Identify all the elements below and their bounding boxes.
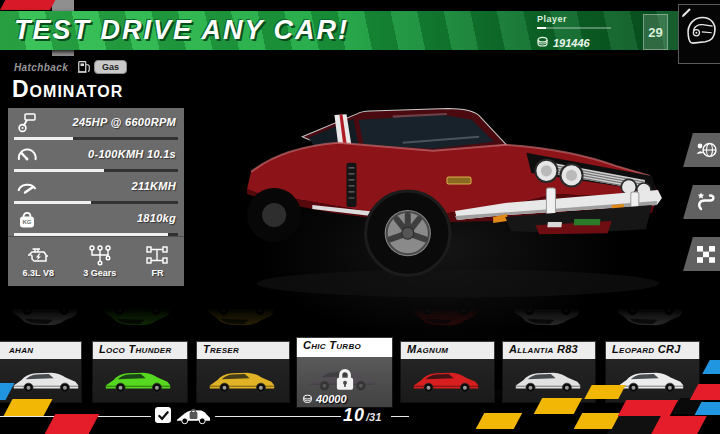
bottom-divider	[215, 416, 341, 417]
car-card-thumb	[92, 359, 188, 403]
car-card-magnum[interactable]: Magnum	[400, 341, 495, 401]
topspeed-gauge-icon	[16, 176, 38, 198]
car-reflection	[10, 303, 80, 333]
decor-tile-blue	[702, 360, 720, 374]
category-tab-hatchback[interactable]: Hatchback	[14, 62, 68, 73]
stat-acceleration-value: 0-100KMH 10.1s	[88, 148, 176, 160]
stat-row-power: 245HP @ 6600RPM	[8, 108, 184, 140]
credits-value: 191446	[553, 37, 590, 49]
checkered-flag-icon	[696, 244, 716, 264]
coins-icon	[302, 394, 313, 405]
car-card-thumb: 40000	[296, 357, 393, 408]
car-card-name: Leopard CRJ	[605, 341, 700, 359]
fuel-type-badge: Gas	[94, 60, 127, 74]
stat-weight-value: 1810kg	[137, 212, 176, 224]
bottom-divider	[391, 416, 409, 417]
car-thumbnail	[616, 365, 686, 395]
locked-car-filter-icon	[175, 405, 212, 425]
selected-car-name: Dominator	[12, 76, 123, 103]
car-card-chic-turbo-selected[interactable]: Chic Turbo 40000	[296, 337, 393, 406]
car-thumbnail	[207, 365, 277, 395]
drivetrain-row: 6.3L V8 3 Gears FR	[8, 236, 184, 280]
helmet-avatar-icon	[682, 11, 718, 51]
car-thumbnail	[411, 365, 481, 395]
corner-red-tile	[0, 0, 55, 10]
decor-tile-red	[618, 400, 679, 416]
decor-tile-yellow	[3, 399, 52, 416]
car-card-name: Loco Thunder	[92, 341, 188, 359]
stat-row-weight: 1810kg	[8, 204, 184, 236]
counter-current: 10	[343, 405, 365, 426]
player-name-label: Player	[537, 14, 567, 24]
stat-row-acceleration: 0-100KMH 10.1s	[8, 140, 184, 172]
car-card-loco-thunder[interactable]: Loco Thunder	[92, 341, 188, 401]
car-thumbnail	[103, 365, 173, 395]
engine-spec: 6.3L V8	[23, 244, 54, 278]
online-multiplayer-icon	[696, 140, 718, 160]
piston-icon	[16, 112, 38, 134]
car-card-thumb	[502, 359, 596, 403]
counter-total: /31	[366, 411, 381, 423]
track-star-icon	[696, 192, 718, 212]
acceleration-gauge-icon	[16, 144, 38, 166]
engine-spec-label: 6.3L V8	[23, 268, 54, 278]
layout-spec: FR	[145, 244, 169, 278]
coins-icon	[536, 36, 549, 49]
car-card-ahan[interactable]: ahan	[0, 341, 82, 401]
car-thumbnail	[513, 365, 583, 395]
gearbox-spec-label: 3 Gears	[83, 268, 116, 278]
car-reflection	[102, 303, 172, 333]
drivetrain-layout-icon	[145, 244, 169, 266]
stat-power-value: 245HP @ 6600RPM	[73, 116, 176, 128]
car-reflection	[206, 303, 276, 333]
promo-banner-title: TEST DRIVE ANY CAR!	[14, 15, 349, 46]
car-price: 40000	[302, 393, 347, 405]
player-xp-fill	[537, 27, 546, 29]
car-card-name: ahan	[0, 341, 82, 359]
car-reflection	[410, 303, 480, 333]
car-card-allantia-r83[interactable]: Allantia R83	[502, 341, 596, 401]
car-card-treser[interactable]: Treser	[196, 341, 290, 401]
lock-icon	[332, 367, 358, 393]
player-credits: 191446	[536, 36, 590, 49]
checkmark-icon	[157, 409, 170, 422]
car-card-name: Allantia R83	[502, 341, 596, 359]
car-card-name: Treser	[196, 341, 290, 359]
player-avatar-button[interactable]	[678, 4, 720, 64]
car-card-name: Magnum	[400, 341, 495, 359]
level-value: 29	[648, 25, 662, 40]
car-reflection	[615, 303, 685, 333]
decor-tile-red	[651, 416, 707, 434]
decor-tile-red	[45, 414, 100, 434]
player-xp-bar	[537, 27, 611, 29]
promo-banner[interactable]: TEST DRIVE ANY CAR!	[0, 11, 720, 50]
weight-icon	[16, 208, 38, 230]
stat-row-topspeed: 211KMH	[8, 172, 184, 204]
car-thumbnail	[11, 365, 81, 395]
fuel-pump-icon	[77, 59, 91, 74]
stat-topspeed-value: 211KMH	[132, 180, 176, 192]
car-card-name: Chic Turbo	[296, 337, 393, 357]
decor-tile-yellow	[534, 398, 583, 414]
car-counter: 10 /31	[343, 405, 381, 426]
gearbox-icon	[88, 244, 112, 266]
price-value: 40000	[316, 393, 347, 405]
layout-spec-label: FR	[151, 268, 163, 278]
show-locked-checkbox[interactable]	[155, 407, 171, 423]
car-reflection	[512, 303, 582, 333]
gearbox-spec: 3 Gears	[83, 244, 116, 278]
player-level-badge: 29	[643, 14, 668, 50]
game-screen: TEST DRIVE ANY CAR! Player 191446 29 Hat…	[0, 0, 720, 434]
car-card-thumb	[400, 359, 495, 403]
engine-icon	[26, 244, 50, 266]
car-card-thumb	[196, 359, 290, 403]
car-stats-panel: 245HP @ 6600RPM 0-100KMH 10.1s 211KMH 18…	[8, 108, 184, 286]
hero-car-render	[242, 92, 674, 304]
car-card-thumb	[0, 359, 82, 403]
